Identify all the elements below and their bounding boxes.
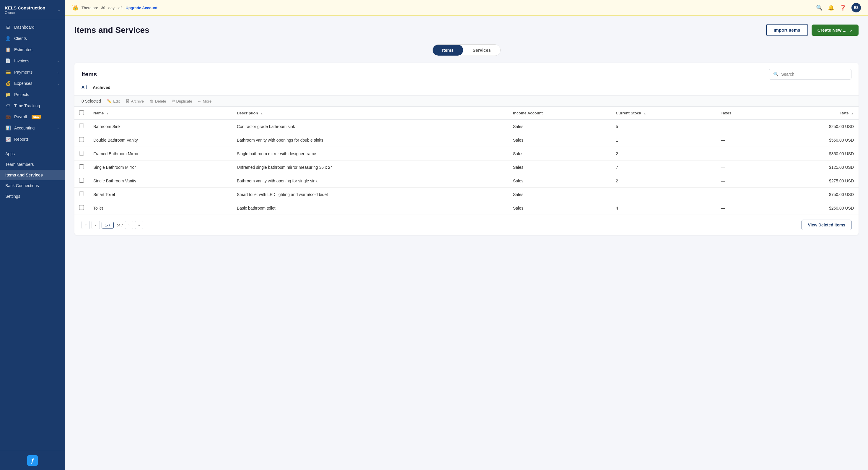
prev-page-button[interactable]: ‹ (92, 221, 100, 229)
sidebar-footer: ƒ (0, 451, 65, 470)
user-avatar[interactable]: ES (851, 3, 861, 12)
row-checkbox-cell[interactable] (74, 120, 89, 133)
last-page-button[interactable]: » (135, 221, 143, 229)
row-income-account: Sales (508, 133, 611, 147)
page-title: Items and Services (74, 25, 150, 35)
search-icon[interactable]: 🔍 (816, 4, 823, 11)
row-checkbox[interactable] (79, 164, 84, 169)
row-income-account: Sales (508, 174, 611, 188)
row-name: Toilet (89, 201, 232, 215)
select-all-header[interactable] (74, 107, 89, 120)
col-rate[interactable]: Rate ▲ (769, 107, 859, 120)
clients-icon: 👤 (5, 36, 11, 41)
sidebar-item-accounting[interactable]: 📊 Accounting ⌄ (0, 122, 65, 134)
pagination-row: « ‹ 1-7 of 7 › » View Deleted Items (74, 215, 859, 235)
projects-icon: 📁 (5, 92, 11, 97)
view-deleted-button[interactable]: View Deleted Items (802, 219, 851, 230)
row-checkbox-cell[interactable] (74, 133, 89, 147)
sidebar-item-projects[interactable]: 📁 Projects (0, 89, 65, 100)
sidebar-item-payroll[interactable]: 💼 Payroll NEW (0, 111, 65, 122)
row-current-stock: 2 (611, 174, 716, 188)
sidebar-item-time-tracking[interactable]: ⏱ Time Tracking (0, 100, 65, 111)
sidebar-item-invoices[interactable]: 📄 Invoices ⌄ (0, 55, 65, 66)
row-current-stock: 1 (611, 133, 716, 147)
sidebar-item-payments[interactable]: 💳 Payments ⌄ (0, 66, 65, 78)
first-page-button[interactable]: « (82, 221, 90, 229)
row-checkbox-cell[interactable] (74, 174, 89, 188)
col-description[interactable]: Description ▲ (232, 107, 508, 120)
sidebar-item-settings[interactable]: Settings (0, 191, 65, 202)
sidebar-item-clients[interactable]: 👤 Clients (0, 33, 65, 44)
row-checkbox[interactable] (79, 137, 84, 142)
col-name[interactable]: Name ▲ (89, 107, 232, 120)
col-taxes: Taxes (716, 107, 769, 120)
sidebar-nav: ⊞ Dashboard 👤 Clients 📋 Estimates 📄 Invo… (0, 19, 65, 451)
row-rate: $275.00 USD (769, 174, 859, 188)
new-badge: NEW (32, 115, 41, 119)
sidebar-item-label: Accounting (14, 126, 35, 130)
archive-button[interactable]: 🗄 Archive (126, 99, 144, 104)
table-header: Name ▲ Description ▲ Income Account Curr… (74, 107, 859, 120)
search-box[interactable]: 🔍 (769, 69, 851, 80)
sidebar-item-estimates[interactable]: 📋 Estimates (0, 44, 65, 55)
row-checkbox-cell[interactable] (74, 160, 89, 174)
trash-icon: 🗑 (150, 99, 154, 104)
upgrade-link[interactable]: Upgrade Account (126, 6, 157, 10)
select-all-checkbox[interactable] (79, 110, 84, 115)
sidebar-item-team-members[interactable]: Team Members (0, 159, 65, 170)
row-checkbox[interactable] (79, 205, 84, 210)
crown-icon: 👑 (72, 4, 79, 11)
sidebar-item-dashboard[interactable]: ⊞ Dashboard (0, 22, 65, 33)
col-current-stock[interactable]: Current Stock ▲ (611, 107, 716, 120)
sidebar-item-apps[interactable]: Apps (0, 148, 65, 159)
delete-button[interactable]: 🗑 Delete (150, 99, 166, 104)
sidebar-item-label: Reports (14, 137, 29, 142)
filter-archived[interactable]: Archived (93, 84, 111, 91)
row-checkbox[interactable] (79, 151, 84, 155)
row-checkbox-cell[interactable] (74, 188, 89, 201)
row-checkbox-cell[interactable] (74, 147, 89, 160)
sidebar-item-reports[interactable]: 📈 Reports (0, 134, 65, 145)
freshbooks-logo: ƒ (27, 455, 38, 466)
row-current-stock: 7 (611, 160, 716, 174)
row-checkbox[interactable] (79, 192, 84, 196)
sidebar-item-label: Clients (14, 36, 27, 41)
archive-icon: 🗄 (126, 99, 130, 104)
row-checkbox[interactable] (79, 178, 84, 183)
payments-icon: 💳 (5, 69, 11, 75)
items-section-title: Items (82, 71, 97, 78)
row-taxes: — (716, 174, 769, 188)
tab-items[interactable]: Items (433, 45, 463, 56)
row-name: Bathroom Sink (89, 120, 232, 133)
sidebar-item-label: Payroll (14, 114, 27, 119)
page-header: Items and Services Import Items Create N… (74, 24, 859, 36)
days-left-count: 30 (101, 6, 105, 10)
edit-button[interactable]: ✏️ Edit (107, 99, 120, 104)
create-new-button[interactable]: Create New ... ⌄ (812, 25, 859, 36)
row-current-stock: — (611, 188, 716, 201)
filter-bar: All Archived (74, 80, 859, 96)
row-checkbox-cell[interactable] (74, 201, 89, 215)
more-icon: ··· (198, 99, 202, 104)
estimates-icon: 📋 (5, 47, 11, 52)
sort-icon: ▲ (644, 112, 647, 115)
more-button[interactable]: ··· More (198, 99, 212, 104)
filter-all[interactable]: All (82, 84, 87, 91)
row-checkbox[interactable] (79, 123, 84, 128)
chevron-down-icon: ⌄ (57, 59, 60, 63)
help-icon[interactable]: ❓ (840, 4, 846, 11)
next-page-button[interactable]: › (125, 221, 133, 229)
sidebar-item-label: Settings (5, 194, 20, 199)
search-input[interactable] (781, 72, 847, 77)
sidebar-item-bank-connections[interactable]: Bank Connections (0, 180, 65, 191)
bell-icon[interactable]: 🔔 (828, 4, 834, 11)
sidebar-item-label: Projects (14, 92, 29, 97)
sidebar-item-expenses[interactable]: 💰 Expenses ⌄ (0, 78, 65, 89)
tab-services[interactable]: Services (463, 45, 500, 56)
sidebar-header[interactable]: KELS Construction Owner ⌄ (0, 0, 65, 19)
duplicate-button[interactable]: ⧉ Duplicate (172, 99, 192, 104)
sidebar-chevron-icon[interactable]: ⌄ (57, 8, 60, 12)
sidebar-item-items-and-services[interactable]: Items and Services (0, 170, 65, 180)
import-items-button[interactable]: Import Items (766, 24, 808, 36)
banner-actions: 🔍 🔔 ❓ ES (816, 3, 861, 12)
